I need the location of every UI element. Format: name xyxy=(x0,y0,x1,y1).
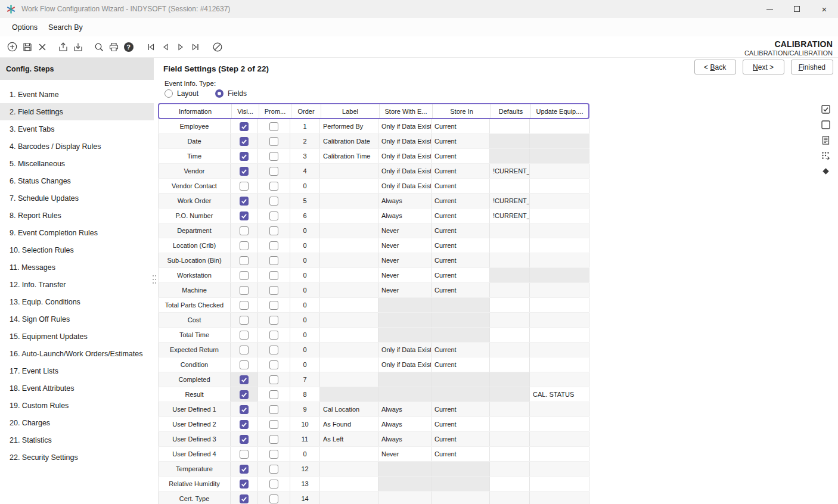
prompt-checkbox[interactable] xyxy=(269,480,278,489)
sidebar-item-6[interactable]: 6. Status Changes xyxy=(0,172,154,189)
cell-order[interactable]: 0 xyxy=(290,298,320,312)
cell-label[interactable] xyxy=(320,298,378,312)
cell-visible[interactable] xyxy=(231,119,258,133)
cell-defaults[interactable] xyxy=(490,179,530,193)
visible-checkbox[interactable] xyxy=(240,197,249,206)
cell-visible[interactable] xyxy=(231,402,258,416)
cell-prompt[interactable] xyxy=(258,417,290,431)
visible-checkbox[interactable] xyxy=(240,211,249,220)
visible-checkbox[interactable] xyxy=(240,405,249,414)
column-header-store_with[interactable]: Store With E... xyxy=(380,104,433,118)
cell-prompt[interactable] xyxy=(258,164,290,178)
cell-prompt[interactable] xyxy=(258,238,290,253)
cell-store-in[interactable]: Current xyxy=(432,432,490,446)
cell-update[interactable] xyxy=(530,268,589,282)
cell-prompt[interactable] xyxy=(258,134,290,148)
cell-store-with[interactable]: Always xyxy=(378,209,432,223)
sidebar-item-1[interactable]: 1. Event Name xyxy=(0,86,154,103)
cell-label[interactable] xyxy=(320,357,378,372)
prompt-checkbox[interactable] xyxy=(269,211,278,220)
delete-icon[interactable] xyxy=(35,40,49,54)
cell-store-in[interactable]: Current xyxy=(432,268,490,282)
cell-store-in[interactable]: Current xyxy=(432,283,490,297)
cell-store-in[interactable]: Current xyxy=(432,357,490,372)
cell-store-in[interactable]: Current xyxy=(432,402,490,416)
visible-checkbox[interactable] xyxy=(240,167,249,176)
cell-info[interactable]: Relative Humidity xyxy=(158,477,231,491)
first-record-icon[interactable] xyxy=(143,40,158,54)
cell-update[interactable] xyxy=(530,491,589,504)
sidebar-item-21[interactable]: 21. Statistics xyxy=(0,431,154,449)
cell-info[interactable]: Employee xyxy=(158,119,231,133)
prompt-checkbox[interactable] xyxy=(269,197,278,206)
cell-store-with[interactable] xyxy=(378,477,432,491)
cell-store-with[interactable] xyxy=(378,298,432,312)
cell-order[interactable]: 0 xyxy=(290,447,320,461)
cell-update[interactable] xyxy=(530,372,589,387)
cell-defaults[interactable] xyxy=(490,298,530,312)
prompt-checkbox[interactable] xyxy=(269,226,278,235)
cell-store-in[interactable]: Current xyxy=(432,119,490,133)
cell-info[interactable]: Temperature xyxy=(158,462,231,476)
visible-checkbox[interactable] xyxy=(240,450,249,459)
cell-store-with[interactable]: Always xyxy=(378,194,432,208)
cell-visible[interactable] xyxy=(231,134,258,148)
cell-defaults[interactable]: !CURRENT_PO xyxy=(490,209,530,223)
cell-store-in[interactable]: Current xyxy=(432,164,490,178)
cell-visible[interactable] xyxy=(231,298,258,312)
visible-checkbox[interactable] xyxy=(240,390,249,399)
cell-info[interactable]: Workstation xyxy=(158,268,231,282)
splitter-grip[interactable] xyxy=(152,274,157,285)
prompt-checkbox[interactable] xyxy=(269,301,278,310)
visible-checkbox[interactable] xyxy=(240,271,249,280)
minimize-button[interactable] xyxy=(756,0,783,18)
cell-update[interactable] xyxy=(530,223,589,238)
cell-label[interactable] xyxy=(320,313,378,327)
cell-store-with[interactable]: Always xyxy=(378,417,432,431)
cell-defaults[interactable] xyxy=(490,462,530,476)
cell-visible[interactable] xyxy=(231,268,258,282)
radio-option-fields[interactable]: Fields xyxy=(215,89,247,98)
column-header-defaults[interactable]: Defaults xyxy=(491,104,531,118)
menu-search-by[interactable]: Search By xyxy=(48,23,83,32)
cell-defaults[interactable] xyxy=(490,238,530,253)
cell-order[interactable]: 7 xyxy=(290,372,320,387)
prompt-checkbox[interactable] xyxy=(269,435,278,444)
prompt-checkbox[interactable] xyxy=(269,152,278,161)
cell-order[interactable]: 0 xyxy=(290,268,320,282)
prompt-checkbox[interactable] xyxy=(269,167,278,176)
cell-prompt[interactable] xyxy=(258,149,290,163)
cell-defaults[interactable] xyxy=(490,253,530,267)
menu-options[interactable]: Options xyxy=(12,23,38,32)
cell-info[interactable]: Sub-Location (Bin) xyxy=(158,253,231,267)
cell-defaults[interactable] xyxy=(490,149,530,163)
cell-store-with[interactable]: Only if Data Exist xyxy=(378,149,432,163)
cell-prompt[interactable] xyxy=(258,298,290,312)
visible-checkbox[interactable] xyxy=(240,241,249,250)
radio-option-layout[interactable]: Layout xyxy=(165,89,198,98)
cell-store-in[interactable]: Current xyxy=(432,417,490,431)
cell-visible[interactable] xyxy=(231,194,258,208)
visible-checkbox[interactable] xyxy=(240,226,249,235)
sidebar-item-19[interactable]: 19. Custom Rules xyxy=(0,397,154,414)
column-header-order[interactable]: Order xyxy=(291,104,321,118)
sidebar-item-15[interactable]: 15. Equipment Updates xyxy=(0,328,154,345)
cell-label[interactable] xyxy=(320,268,378,282)
prompt-checkbox[interactable] xyxy=(269,405,278,414)
cell-store-with[interactable] xyxy=(378,328,432,342)
cell-store-with[interactable]: Only if Data Exist xyxy=(378,357,432,372)
cell-defaults[interactable] xyxy=(490,372,530,387)
cell-order[interactable]: 9 xyxy=(290,402,320,416)
cell-label[interactable]: Calibration Time xyxy=(320,149,378,163)
cell-prompt[interactable] xyxy=(258,253,290,267)
cell-visible[interactable] xyxy=(231,253,258,267)
cell-visible[interactable] xyxy=(231,462,258,476)
cell-update[interactable] xyxy=(530,253,589,267)
cell-order[interactable]: 1 xyxy=(290,119,320,133)
cell-store-with[interactable] xyxy=(378,372,432,387)
cell-label[interactable] xyxy=(320,283,378,297)
prompt-checkbox[interactable] xyxy=(269,137,278,146)
sidebar-item-13[interactable]: 13. Equip. Conditions xyxy=(0,293,154,310)
add-icon[interactable] xyxy=(5,40,20,54)
cell-visible[interactable] xyxy=(231,387,258,402)
